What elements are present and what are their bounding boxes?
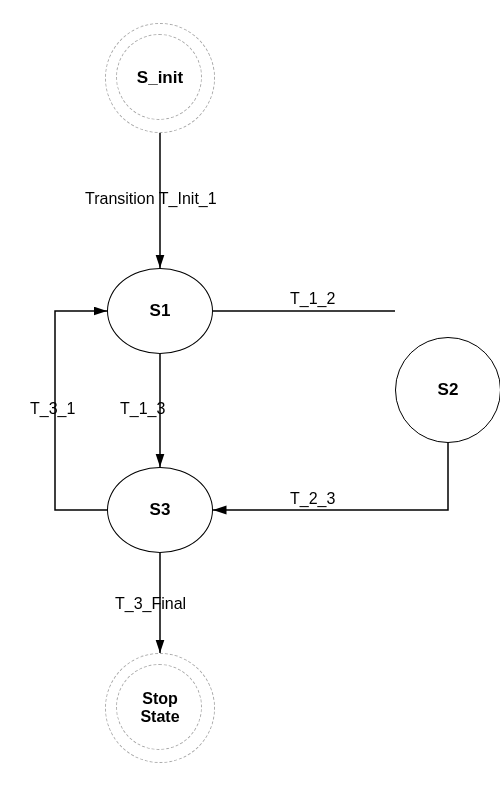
state-stop: Stop State [105,653,215,763]
transition-t-init-1-label: Transition T_Init_1 [85,190,217,208]
state-s-init: S_init [105,23,215,133]
state-s3: S3 [107,467,213,553]
transition-t-3-final-label: T_3_Final [115,595,186,613]
transition-t-1-2-label: T_1_2 [290,290,335,308]
transition-t-1-3-label: T_1_3 [120,400,165,418]
transition-t-2-3-label: T_2_3 [290,490,335,508]
transition-t-3-1-label: T_3_1 [30,400,75,418]
state-s1: S1 [107,268,213,354]
state-s3-label: S3 [150,500,171,520]
state-s2-label: S2 [438,380,459,400]
state-s2: S2 [395,337,500,443]
state-s1-label: S1 [150,301,171,321]
state-diagram: S_init S1 S2 S3 Stop State Transition T_… [0,0,500,786]
